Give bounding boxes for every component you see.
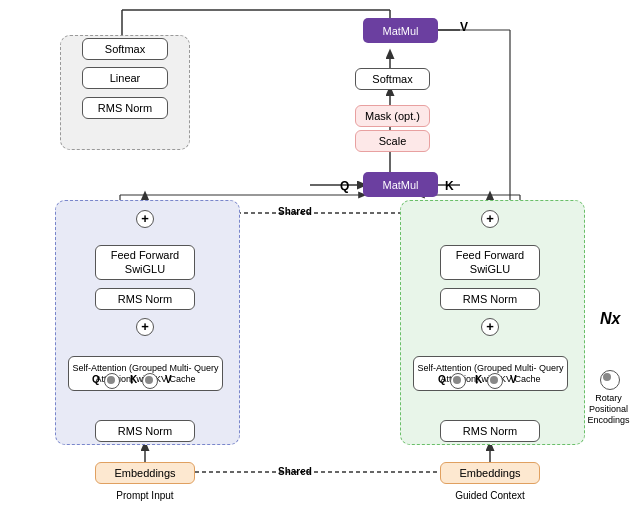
q-label: Q [340, 179, 349, 193]
softmax-top-box: Softmax [82, 38, 168, 60]
rotary-right-q [450, 373, 466, 389]
softmax-top-label: Softmax [105, 43, 145, 55]
softmax-mid-label: Softmax [372, 73, 412, 85]
rotary-legend-icon [600, 370, 620, 390]
rmsnorm-right2-label: RMS Norm [463, 293, 517, 305]
k-label: K [445, 179, 454, 193]
prompt-label: Prompt Input [100, 490, 190, 501]
rotary-legend-label: Rotary Positional Encodings [581, 393, 636, 425]
mask-opt-box: Mask (opt.) [355, 105, 430, 127]
rmsnorm-left1-label: RMS Norm [118, 425, 172, 437]
ff-swiglu-right-label: Feed Forward SwiGLU [456, 249, 524, 275]
linear-label: Linear [110, 72, 141, 84]
nx-label: Nx [600, 310, 620, 328]
rotary-left-q [104, 373, 120, 389]
ff-swiglu-right-box: Feed Forward SwiGLU [440, 245, 540, 280]
rmsnorm-left1-box: RMS Norm [95, 420, 195, 442]
matmul-top-label: MatMul [382, 25, 418, 37]
rotary-right-k [487, 373, 503, 389]
k-label-right: K [475, 374, 482, 385]
q-label-left: Q [92, 374, 100, 385]
mask-opt-label: Mask (opt.) [365, 110, 420, 122]
rmsnorm-right2-box: RMS Norm [440, 288, 540, 310]
rmsnorm-right1-label: RMS Norm [463, 425, 517, 437]
k-label-left: K [130, 374, 137, 385]
add-circle-right-bot: + [481, 318, 499, 336]
add-circle-left-bot: + [136, 318, 154, 336]
shared-top-label: Shared [278, 206, 312, 217]
ff-swiglu-left-box: Feed Forward SwiGLU [95, 245, 195, 280]
ff-swiglu-left-label: Feed Forward SwiGLU [111, 249, 179, 275]
shared-bot-label: Shared [278, 466, 312, 477]
rmsnorm-top-label: RMS Norm [98, 102, 152, 114]
scale-label: Scale [379, 135, 407, 147]
rmsnorm-left2-box: RMS Norm [95, 288, 195, 310]
matmul-bot-label: MatMul [382, 179, 418, 191]
add-circle-left-top: + [136, 210, 154, 228]
embeddings-right-box: Embeddings [440, 462, 540, 484]
v-label-right: V [510, 374, 517, 385]
v-label: V [460, 20, 468, 34]
rotary-left-k [142, 373, 158, 389]
softmax-mid-box: Softmax [355, 68, 430, 90]
v-label-left: V [165, 374, 172, 385]
add-circle-right-top: + [481, 210, 499, 228]
guided-label: Guided Context [445, 490, 535, 501]
rmsnorm-left2-label: RMS Norm [118, 293, 172, 305]
embeddings-left-box: Embeddings [95, 462, 195, 484]
matmul-top-box: MatMul [363, 18, 438, 43]
matmul-bot-box: MatMul [363, 172, 438, 197]
rmsnorm-top-box: RMS Norm [82, 97, 168, 119]
linear-box: Linear [82, 67, 168, 89]
rotary-legend: Rotary Positional Encodings [585, 370, 635, 425]
embeddings-left-label: Embeddings [114, 467, 175, 479]
rmsnorm-right1-box: RMS Norm [440, 420, 540, 442]
embeddings-right-label: Embeddings [459, 467, 520, 479]
scale-box: Scale [355, 130, 430, 152]
diagram: Softmax Linear RMS Norm MatMul V Softmax… [0, 0, 640, 519]
q-label-right: Q [438, 374, 446, 385]
